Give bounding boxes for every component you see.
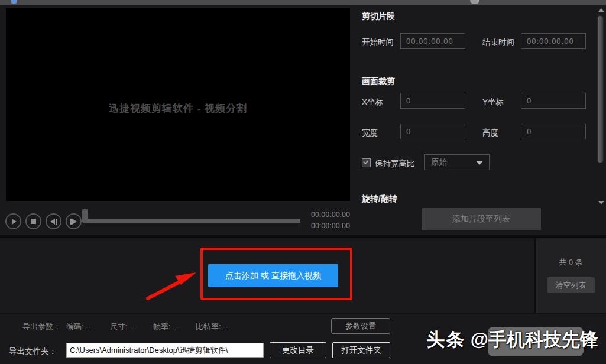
start-time-input[interactable]: [400, 33, 465, 49]
panel-scrollbar[interactable]: [596, 5, 606, 206]
end-time-input[interactable]: [521, 33, 586, 49]
crop-width-input[interactable]: [400, 124, 465, 139]
add-clip-to-list-button[interactable]: 添加片段至列表: [422, 208, 541, 230]
keep-aspect-label: 保持宽高比: [375, 158, 415, 169]
open-folder-button[interactable]: 打开文件夹: [332, 342, 390, 358]
stop-icon: [31, 219, 36, 224]
step-backward-button[interactable]: [46, 213, 61, 229]
clear-list-button[interactable]: 清空列表: [547, 277, 595, 293]
crop-y-input[interactable]: [521, 93, 586, 109]
encode-value: 编码: --: [66, 321, 91, 332]
scroll-up-icon[interactable]: [598, 8, 604, 12]
keep-aspect-checkbox[interactable]: [362, 158, 371, 167]
play-icon: [12, 219, 17, 225]
crop-section-title: 画面裁剪: [362, 76, 395, 87]
play-button[interactable]: [5, 213, 21, 229]
export-params-label: 导出参数：: [22, 321, 61, 332]
export-folder-input[interactable]: [66, 343, 264, 358]
crop-height-input[interactable]: [521, 124, 586, 139]
start-time-label: 开始时间: [362, 37, 394, 48]
section-divider-bottom: [0, 313, 606, 314]
chevron-down-icon: [476, 161, 483, 165]
vertical-divider: [534, 238, 536, 314]
app-logo-icon: [11, 0, 17, 4]
stop-button[interactable]: [25, 213, 41, 229]
size-value: 尺寸: --: [110, 321, 135, 332]
export-folder-label: 导出文件夹：: [9, 346, 57, 357]
step-forward-icon: [72, 219, 77, 225]
clip-count-text: 共 0 条: [536, 257, 606, 268]
clip-edit-panel: 剪切片段 开始时间 结束时间 画面裁剪 X坐标 Y坐标 宽度 高度 保持宽高比 …: [355, 5, 597, 206]
scrollbar-thumb[interactable]: [597, 15, 604, 163]
aspect-ratio-value: 原始: [431, 157, 447, 168]
aspect-ratio-select[interactable]: 原始: [424, 154, 490, 170]
titlebar: [0, 0, 606, 5]
framerate-value: 帧率: --: [153, 321, 178, 332]
seek-slider-track[interactable]: [85, 219, 300, 223]
check-icon: [363, 159, 368, 164]
param-settings-button[interactable]: 参数设置: [331, 318, 390, 334]
preview-watermark-text: 迅捷视频剪辑软件 - 视频分割: [109, 102, 247, 115]
change-directory-button[interactable]: 更改目录: [270, 342, 326, 358]
crop-x-input[interactable]: [400, 93, 465, 109]
end-time-label: 结束时间: [482, 37, 514, 48]
watermark-handle: @手机科技先锋: [471, 329, 598, 350]
video-preview: 迅捷视频剪辑软件 - 视频分割: [6, 8, 350, 201]
elapsed-time: 00:00:00.00: [296, 210, 350, 219]
crop-y-label: Y坐标: [482, 97, 504, 108]
titlebar-button-fragment: [470, 0, 479, 4]
total-time: 00:00:00.00: [296, 222, 350, 230]
cut-section-title: 剪切片段: [362, 11, 395, 22]
step-backward-icon: [50, 219, 55, 225]
annotation-arrow-icon: [141, 265, 200, 301]
watermark-text: 头条 @手机科技先锋: [426, 327, 598, 352]
crop-x-label: X坐标: [362, 97, 383, 108]
bitrate-value: 比特率: --: [196, 321, 228, 332]
add-video-button[interactable]: 点击添加 或 直接拖入视频: [208, 264, 338, 287]
crop-width-label: 宽度: [362, 128, 378, 138]
scroll-down-icon[interactable]: [598, 201, 604, 204]
crop-height-label: 高度: [482, 128, 498, 138]
app-window: 迅捷视频剪辑软件 - 视频分割 00:00:00.00 00:00:00.00 …: [0, 0, 606, 364]
step-forward-button[interactable]: [66, 213, 82, 229]
watermark-brand: 头条: [426, 329, 465, 350]
rotate-section-title: 旋转/翻转: [362, 194, 397, 204]
clip-list-side-panel: 共 0 条 清空列表: [536, 238, 606, 314]
